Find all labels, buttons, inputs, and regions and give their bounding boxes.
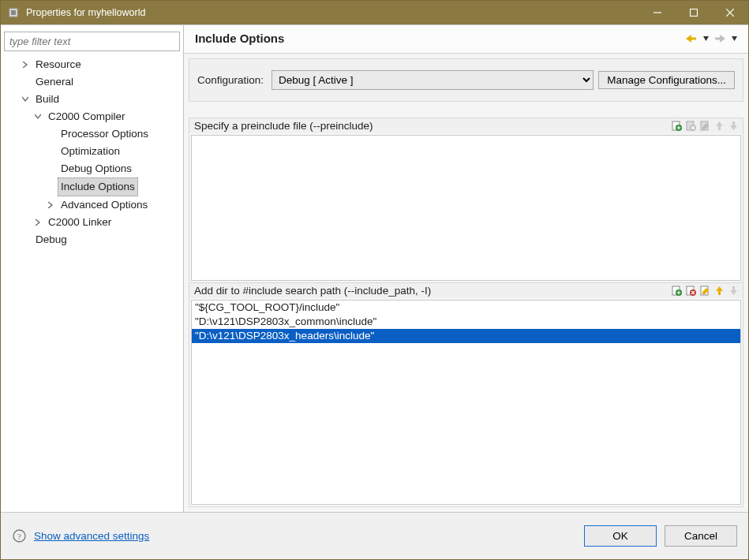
header-nav (685, 32, 740, 45)
list-item[interactable]: "D:\v121\DSP2803x_common\include" (192, 315, 740, 329)
tree-item-optimization[interactable]: Optimization (4, 143, 183, 160)
include-path-list[interactable]: "${CG_TOOL_ROOT}/include""D:\v121\DSP280… (191, 300, 741, 505)
nav-back-icon[interactable] (685, 32, 698, 45)
maximize-button[interactable] (676, 1, 712, 24)
edit-icon[interactable] (699, 120, 711, 132)
page-header: Include Options (184, 25, 748, 54)
svg-text:?: ? (17, 532, 21, 541)
tree-item-advanced[interactable]: Advanced Options (4, 196, 183, 214)
configuration-row: Configuration: Debug [ Active ] Manage C… (189, 58, 743, 102)
include-path-toolbar (671, 285, 740, 297)
chevron-right-icon (20, 59, 31, 70)
window-title: Properties for myhelloworld (26, 7, 639, 18)
category-tree[interactable]: Resource General Build C2000 Compiler Pr… (4, 56, 183, 509)
include-path-panel: Add dir to #include search path (--inclu… (189, 283, 743, 506)
tree-item-debug-options[interactable]: Debug Options (4, 160, 183, 177)
show-advanced-link[interactable]: Show advanced settings (34, 530, 576, 542)
chevron-right-icon (45, 200, 56, 211)
filter-input[interactable] (4, 32, 180, 51)
sidebar: Resource General Build C2000 Compiler Pr… (1, 25, 184, 512)
include-path-header: Add dir to #include search path (--inclu… (189, 283, 743, 298)
ok-button[interactable]: OK (584, 525, 657, 547)
move-down-icon[interactable] (728, 285, 740, 297)
preinclude-header: Specify a preinclude file (--preinclude) (189, 118, 743, 133)
tree-item-general[interactable]: General (4, 73, 183, 91)
preinclude-title: Specify a preinclude file (--preinclude) (193, 120, 671, 132)
options-panels: Specify a preinclude file (--preinclude) (189, 118, 743, 507)
nav-back-menu-icon[interactable] (699, 32, 712, 45)
page-title: Include Options (195, 32, 685, 45)
chevron-down-icon (32, 111, 43, 122)
manage-configurations-button[interactable]: Manage Configurations... (598, 71, 735, 89)
tree-item-include-options[interactable]: Include Options (4, 177, 183, 196)
tree-item-debug[interactable]: Debug (4, 231, 183, 248)
tree-item-processor[interactable]: Processor Options (4, 125, 183, 143)
app-icon (7, 6, 20, 19)
move-down-icon[interactable] (728, 120, 740, 132)
move-up-icon[interactable] (713, 120, 725, 132)
move-up-icon[interactable] (713, 285, 725, 297)
svg-rect-1 (11, 10, 16, 15)
main-panel: Include Options Configuration: Debug [ A… (184, 25, 748, 512)
tree-item-linker[interactable]: C2000 Linker (4, 214, 183, 231)
tree-item-build[interactable]: Build (4, 91, 183, 108)
preinclude-panel: Specify a preinclude file (--preinclude) (189, 118, 743, 283)
close-button[interactable] (712, 1, 748, 24)
titlebar: Properties for myhelloworld (1, 1, 748, 24)
tree-item-compiler[interactable]: C2000 Compiler (4, 108, 183, 125)
include-path-title: Add dir to #include search path (--inclu… (193, 285, 671, 297)
chevron-down-icon (20, 94, 31, 105)
window-controls (639, 1, 748, 24)
dialog-footer: ? Show advanced settings OK Cancel (1, 512, 748, 559)
svg-rect-7 (715, 37, 721, 39)
delete-icon[interactable] (685, 285, 697, 297)
minimize-button[interactable] (639, 1, 676, 24)
configuration-select[interactable]: Debug [ Active ] (272, 70, 594, 90)
svg-rect-3 (691, 9, 698, 17)
add-icon[interactable] (671, 120, 683, 132)
tree-item-resource[interactable]: Resource (4, 56, 183, 73)
configuration-label: Configuration: (197, 74, 264, 86)
preinclude-list[interactable] (191, 135, 741, 281)
svg-rect-6 (691, 37, 696, 39)
delete-icon[interactable] (685, 120, 697, 132)
nav-forward-icon[interactable] (713, 32, 726, 45)
help-icon[interactable]: ? (12, 529, 26, 543)
cancel-button[interactable]: Cancel (665, 525, 737, 547)
add-icon[interactable] (671, 285, 683, 297)
dialog-body: Resource General Build C2000 Compiler Pr… (1, 24, 748, 512)
properties-dialog: Properties for myhelloworld Resource (0, 0, 749, 560)
chevron-right-icon (32, 217, 43, 228)
nav-forward-menu-icon[interactable] (728, 32, 740, 45)
preinclude-toolbar (671, 120, 740, 132)
edit-icon[interactable] (699, 285, 711, 297)
list-item[interactable]: "${CG_TOOL_ROOT}/include" (192, 301, 740, 315)
filter-container (4, 32, 180, 51)
list-item[interactable]: "D:\v121\DSP2803x_headers\include" (192, 329, 740, 343)
